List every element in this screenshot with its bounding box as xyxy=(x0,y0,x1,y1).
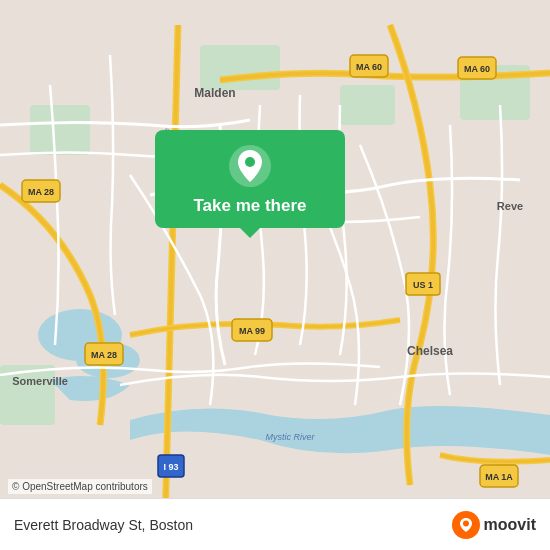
svg-text:MA 1A: MA 1A xyxy=(485,472,513,482)
svg-text:Chelsea: Chelsea xyxy=(407,344,453,358)
svg-text:Somerville: Somerville xyxy=(12,375,68,387)
svg-rect-4 xyxy=(30,105,90,155)
popup-card[interactable]: Take me there xyxy=(155,130,345,228)
moovit-logo-icon xyxy=(452,511,480,539)
svg-text:US 1: US 1 xyxy=(413,280,433,290)
map-svg: MA 28 MA 60 MA 60 US 1 MA 99 MA 28 MA 1A… xyxy=(0,0,550,550)
svg-text:MA 28: MA 28 xyxy=(28,187,54,197)
svg-text:I 93: I 93 xyxy=(163,462,178,472)
location-label: Everett Broadway St, Boston xyxy=(14,517,193,533)
svg-point-38 xyxy=(463,520,469,526)
svg-text:Malden: Malden xyxy=(194,86,235,100)
svg-text:MA 99: MA 99 xyxy=(239,326,265,336)
svg-point-36 xyxy=(245,157,255,167)
svg-text:MA 60: MA 60 xyxy=(356,62,382,72)
svg-rect-5 xyxy=(200,45,280,90)
moovit-logo-text: moovit xyxy=(484,516,536,534)
svg-text:MA 60: MA 60 xyxy=(464,64,490,74)
svg-text:MA 28: MA 28 xyxy=(91,350,117,360)
popup-label: Take me there xyxy=(193,196,306,216)
svg-text:Reve: Reve xyxy=(497,200,523,212)
svg-text:Mystic River: Mystic River xyxy=(266,432,316,442)
svg-rect-6 xyxy=(340,85,395,125)
bottom-bar: Everett Broadway St, Boston moovit xyxy=(0,498,550,550)
map-container: MA 28 MA 60 MA 60 US 1 MA 99 MA 28 MA 1A… xyxy=(0,0,550,550)
location-pin-icon xyxy=(228,144,272,188)
moovit-logo: moovit xyxy=(452,511,536,539)
copyright-text: © OpenStreetMap contributors xyxy=(8,479,152,494)
